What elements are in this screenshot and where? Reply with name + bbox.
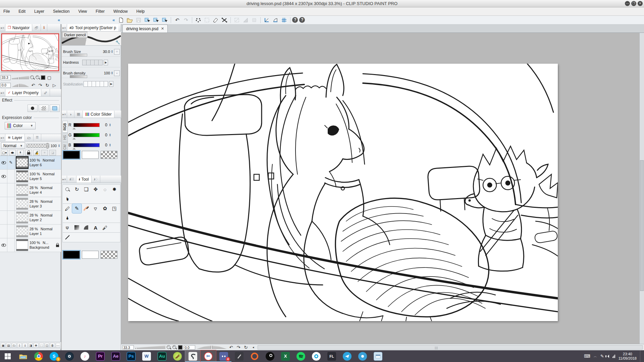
brush-density-pressure-icon[interactable]: ⍖ [114, 70, 120, 76]
panel-menu-icon[interactable]: ▸≡ [62, 176, 67, 183]
open-file-icon[interactable] [126, 17, 134, 23]
taskbar-quik[interactable] [309, 350, 324, 362]
auto-select-tool[interactable]: ✸ [110, 185, 119, 194]
undo-icon[interactable]: ↶ [173, 17, 181, 23]
tray-expand-icon[interactable]: ︿ [594, 354, 597, 359]
pen-tool[interactable]: 🖊 [63, 204, 72, 213]
horizontal-scrollbar[interactable]: ||| [258, 345, 643, 350]
gradient-tool[interactable] [72, 223, 82, 232]
nav-zoom-slider[interactable] [12, 76, 29, 79]
brush-size-value[interactable]: 30.0 [103, 50, 110, 54]
document-tab[interactable]: driving lesson.psd ✕ [122, 24, 168, 33]
correct-line-tool[interactable]: 🖋 [100, 223, 110, 232]
tab-tool-property[interactable]: 🖠⚙ Tool property [Darker p [67, 24, 118, 31]
minimize-button[interactable]: — [625, 1, 630, 6]
clip-to-layer-below-icon[interactable]: ⬬ [9, 150, 16, 156]
taskbar-chrome[interactable] [31, 350, 46, 362]
zoom-in-icon[interactable]: + [172, 345, 177, 350]
menu-help[interactable]: Help [137, 9, 145, 14]
figure-tool[interactable] [82, 223, 91, 232]
canvas-rotation-value[interactable]: 0.0 [184, 345, 195, 350]
taskbar-steam[interactable] [62, 350, 77, 362]
menu-window[interactable]: Window [113, 9, 128, 14]
tab-subview[interactable]: 🗗 [32, 24, 41, 31]
brush-density-spinner[interactable]: ▲▼ [111, 71, 113, 75]
taskbar-clock[interactable]: 23:40 11/09/2018 [619, 352, 637, 361]
selection-tool[interactable]: ◌ [100, 185, 110, 194]
merge-down-icon[interactable]: ⇓ [22, 343, 27, 348]
red-value[interactable]: 0 [101, 123, 107, 127]
vertical-scrollbar[interactable] [639, 33, 644, 344]
brush-tool[interactable] [82, 204, 91, 213]
effect-layer-color-button[interactable] [50, 105, 60, 112]
taskbar-word[interactable]: W [139, 350, 154, 362]
taskbar-discord[interactable]: 4 [216, 350, 231, 362]
green-slider[interactable] [73, 133, 100, 137]
help-icon[interactable]: ? [292, 17, 298, 23]
navigator-preview[interactable] [1, 32, 60, 73]
tab-information[interactable]: ℹ [41, 24, 47, 31]
brush-size-spinner[interactable]: ▲▼ [111, 50, 113, 53]
tab-navigator[interactable]: ❐ Navigator [5, 24, 32, 31]
lock-layer-icon[interactable] [25, 150, 32, 156]
nav-rotation-value[interactable]: 0.0 [1, 83, 11, 88]
tab-search-layer[interactable]: 🗞 [41, 89, 50, 96]
maximize-button[interactable]: ❐ [631, 1, 636, 6]
tab-color-wheel[interactable]: ◑ [67, 111, 74, 118]
tab-color-slider[interactable]: Color Slider [83, 111, 114, 118]
clear-selection-icon[interactable] [212, 17, 220, 23]
layer-row-3[interactable]: 28 %NormalLayer 3 [0, 197, 61, 211]
delete-layer-icon[interactable]: 🗑 [50, 343, 55, 348]
taskbar-telegram[interactable] [339, 350, 355, 362]
green-spinner[interactable]: ▲▼ [109, 133, 111, 137]
apply-mask-icon[interactable]: ❖ [34, 343, 38, 348]
create-mask-icon[interactable]: ◨ [28, 343, 33, 348]
layer-thumbnail[interactable] [16, 171, 28, 182]
opacity-slider[interactable] [26, 144, 49, 148]
visibility-cell[interactable] [0, 197, 7, 210]
layer-row-5[interactable]: 100 %NormalLayer 5 [0, 170, 61, 183]
collapse-left-chevron-icon[interactable]: « [58, 17, 60, 22]
brush-size-presets-icon[interactable]: ⁘ [114, 49, 120, 55]
taskbar-paint-tool[interactable] [170, 350, 185, 362]
zoom-out-icon[interactable]: − [30, 75, 35, 80]
tablet-driver-icon[interactable]: ✎ [600, 354, 604, 359]
zoom-tool[interactable] [63, 185, 72, 194]
main-color-swatch[interactable] [63, 151, 80, 159]
hardness-expand-icon[interactable]: ▶ [104, 60, 108, 65]
snap-ruler-icon[interactable] [263, 17, 271, 23]
reference-layer-icon[interactable]: 🖈 [17, 150, 24, 156]
red-slider[interactable] [73, 123, 100, 127]
panel-menu-icon[interactable]: ▸≡ [0, 89, 5, 96]
effect-border-button[interactable] [28, 105, 38, 112]
red-spinner[interactable]: ▲▼ [109, 123, 111, 127]
scroll-left-icon[interactable]: ◂ [250, 346, 256, 349]
snap-special-ruler-icon[interactable] [271, 17, 279, 23]
brush-density-slider[interactable] [70, 75, 87, 78]
lock-transparent-pixels-icon[interactable]: 🔏 [33, 150, 40, 156]
menu-file[interactable]: File [3, 9, 10, 14]
green-value[interactable]: 0 [101, 133, 107, 137]
new-layer-icon[interactable]: ▣ [1, 343, 5, 348]
taskbar-spotify[interactable] [293, 350, 309, 362]
visibility-cell[interactable] [0, 225, 7, 238]
blue-spinner[interactable]: ▲▼ [109, 143, 111, 147]
panel-menu-icon[interactable]: ▸≡ [62, 24, 67, 31]
tab-tool[interactable]: 🖠 Tool [76, 176, 92, 183]
network-icon[interactable] [612, 354, 615, 358]
taskbar-obs[interactable] [262, 350, 278, 362]
stabilization-expand-icon[interactable]: ▶ [109, 81, 113, 87]
start-button[interactable] [0, 350, 15, 362]
tab-layer[interactable]: ≋ Layer [5, 134, 25, 141]
transfer-down-icon[interactable]: ⇩ [17, 343, 22, 348]
tab-timeline[interactable]: 𝄜 [34, 134, 41, 141]
nav-zoom-value[interactable]: 33.3 [1, 75, 11, 80]
deselect-icon[interactable] [194, 17, 202, 23]
taskbar-audition[interactable]: Au [154, 350, 170, 362]
tab-layer-comp[interactable]: 🗁 [25, 134, 34, 141]
collapse-mid-chevron-icon[interactable]: « [112, 17, 115, 22]
taskbar-file-explorer[interactable] [15, 350, 31, 362]
layer-row-4[interactable]: 28 %NormalLayer 4 [0, 183, 61, 197]
new-file-icon[interactable] [117, 17, 125, 23]
panel-menu-icon[interactable]: ▸≡ [0, 24, 5, 31]
